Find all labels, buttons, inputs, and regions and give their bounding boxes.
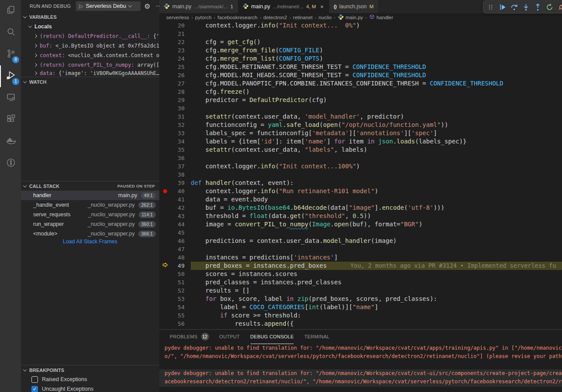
gutter-glyph-margin[interactable] xyxy=(159,195,171,204)
editor-tab[interactable]: {}launch.jsonM xyxy=(329,0,378,13)
gutter-glyph-margin[interactable] xyxy=(159,112,171,121)
line-number[interactable]: 29 xyxy=(171,96,185,104)
gutter-glyph-margin[interactable] xyxy=(159,137,171,146)
locals-scope-row[interactable]: Locals xyxy=(21,22,159,31)
gutter-glyph-margin[interactable] xyxy=(159,320,171,328)
gutter-glyph-margin[interactable] xyxy=(159,270,171,278)
gutter-glyph-margin[interactable] xyxy=(159,253,171,262)
line-number[interactable]: 50 xyxy=(171,270,185,278)
gutter-glyph-margin[interactable] xyxy=(159,311,171,320)
breakpoint-toggle-row[interactable]: Raised Exceptions xyxy=(21,375,159,384)
line-number[interactable]: 49 xyxy=(171,262,185,270)
line-number[interactable]: 39 xyxy=(171,179,185,187)
debug-console-output[interactable]: pydev debugger: unable to find translati… xyxy=(159,344,562,392)
line-number[interactable]: 33 xyxy=(171,129,185,137)
more-actions-icon[interactable]: ⋯ xyxy=(154,2,159,10)
code-editor[interactable]: 20 context.logger.info("Init context... … xyxy=(159,21,562,329)
gutter-glyph-margin[interactable] xyxy=(159,21,171,30)
breadcrumb-item[interactable]: retinanet xyxy=(293,15,313,20)
gutter-glyph-margin[interactable] xyxy=(159,55,171,63)
panel-tab-output[interactable]: OUTPUT xyxy=(219,330,240,344)
checkbox[interactable]: ✓ xyxy=(31,386,38,392)
gutter-glyph-margin[interactable] xyxy=(159,303,171,311)
line-number[interactable]: 54 xyxy=(171,303,185,311)
line-number[interactable]: 30 xyxy=(171,104,185,112)
gutter-glyph-margin[interactable] xyxy=(159,212,171,220)
gutter-glyph-margin[interactable] xyxy=(159,30,171,38)
gutter-glyph-margin[interactable] xyxy=(159,237,171,245)
line-number[interactable]: 43 xyxy=(171,212,185,220)
breakpoint-toggle-row[interactable]: ✓Uncaught Exceptions xyxy=(21,384,159,392)
step-into-icon[interactable] xyxy=(521,2,531,12)
gutter-glyph-margin[interactable] xyxy=(159,96,171,104)
line-number[interactable]: 46 xyxy=(171,237,185,245)
activity-git-graph[interactable] xyxy=(0,153,21,174)
watch-section-header[interactable]: WATCH xyxy=(21,77,159,86)
activity-docker[interactable] xyxy=(0,131,21,153)
call-stack-frame[interactable]: run_wrapper_nuclio_wrapper.py360:1 xyxy=(21,219,159,229)
continue-icon[interactable] xyxy=(497,2,508,12)
line-number[interactable]: 56 xyxy=(171,320,185,328)
step-out-icon[interactable] xyxy=(532,2,543,12)
variable-row[interactable]: data:{'image': 'iVBORw0KGgoAAAANSUhE… xyxy=(21,70,159,77)
gutter-glyph-margin[interactable] xyxy=(159,88,171,96)
activity-explorer[interactable] xyxy=(0,0,21,22)
drag-handle[interactable] xyxy=(485,2,496,12)
gutter-glyph-margin[interactable] xyxy=(159,154,171,162)
line-number[interactable]: 24 xyxy=(171,55,185,63)
line-number[interactable]: 40 xyxy=(171,187,185,195)
gutter-glyph-margin[interactable] xyxy=(159,63,171,71)
activity-source-control[interactable]: 8 xyxy=(0,44,21,65)
line-number[interactable]: 32 xyxy=(171,121,185,129)
gutter-glyph-margin[interactable] xyxy=(159,179,171,187)
breakpoints-section-header[interactable]: BREAKPOINTS xyxy=(21,365,159,375)
gutter-glyph-margin[interactable] xyxy=(159,71,171,79)
gutter-glyph-margin[interactable] xyxy=(159,146,171,154)
line-number[interactable]: 44 xyxy=(171,220,185,228)
line-number[interactable]: 55 xyxy=(171,311,185,320)
gutter-glyph-margin[interactable] xyxy=(159,262,171,270)
gutter-glyph-margin[interactable] xyxy=(159,46,171,55)
gutter-glyph-margin[interactable] xyxy=(159,170,171,179)
panel-tab-terminal[interactable]: TERMINAL xyxy=(304,330,329,344)
step-over-icon[interactable] xyxy=(509,2,520,12)
line-number[interactable]: 37 xyxy=(171,162,185,170)
gutter-glyph-margin[interactable] xyxy=(159,228,171,237)
gutter-glyph-margin[interactable] xyxy=(159,204,171,212)
editor-tab[interactable]: main.py.../retinanet/...4, M× xyxy=(238,0,329,13)
line-number[interactable]: 52 xyxy=(171,286,185,295)
gutter-glyph-margin[interactable] xyxy=(159,295,171,303)
start-debug-icon[interactable]: ▷ xyxy=(79,3,83,9)
variable-row[interactable]: (return) convert_PIL_to_numpy:array([[[ … xyxy=(21,60,159,70)
gutter-glyph-margin[interactable] xyxy=(159,129,171,137)
line-number[interactable]: 21 xyxy=(171,30,185,38)
activity-search[interactable] xyxy=(0,22,21,44)
variable-row[interactable]: (return) DefaultPredictor.__call__:{'ins… xyxy=(21,31,159,41)
line-number[interactable]: 48 xyxy=(171,253,185,262)
line-number[interactable]: 22 xyxy=(171,38,185,46)
editor-tab[interactable]: main.py.../siammask/...1 xyxy=(159,0,238,13)
line-number[interactable]: 35 xyxy=(171,146,185,154)
activity-remote-explorer[interactable] xyxy=(0,87,21,109)
breadcrumb-item[interactable]: nuclio xyxy=(319,15,332,20)
variable-row[interactable]: context:<nuclio_sdk.context.Context obje… xyxy=(21,51,159,60)
call-stack-section-header[interactable]: CALL STACK PAUSED ON STEP xyxy=(21,181,159,191)
gutter-glyph-margin[interactable] xyxy=(159,286,171,295)
call-stack-frame[interactable]: handlermain.py49:1 xyxy=(21,191,159,200)
call-stack-frame[interactable]: <module>_nuclio_wrapper.py366:1 xyxy=(21,229,159,239)
panel-tab-problems[interactable]: PROBLEMS12 xyxy=(170,330,209,344)
line-number[interactable]: 38 xyxy=(171,170,185,179)
call-stack-frame[interactable]: serve_requests_nuclio_wrapper.py114:1 xyxy=(21,210,159,219)
line-number[interactable]: 47 xyxy=(171,245,185,253)
launch-config-dropdown[interactable]: ▷ Serverless Debu xyxy=(76,1,140,11)
activity-extensions[interactable] xyxy=(0,109,21,131)
breadcrumb-item[interactable]: pytorch xyxy=(195,15,212,20)
close-icon[interactable]: × xyxy=(319,3,325,10)
gutter-glyph-margin[interactable] xyxy=(159,187,171,195)
line-number[interactable]: 53 xyxy=(171,295,185,303)
checkbox[interactable] xyxy=(31,376,38,383)
line-number[interactable]: 36 xyxy=(171,154,185,162)
panel-tab-debug-console[interactable]: DEBUG CONSOLE xyxy=(250,330,294,344)
gutter-glyph-margin[interactable] xyxy=(159,104,171,112)
line-number[interactable]: 51 xyxy=(171,278,185,286)
